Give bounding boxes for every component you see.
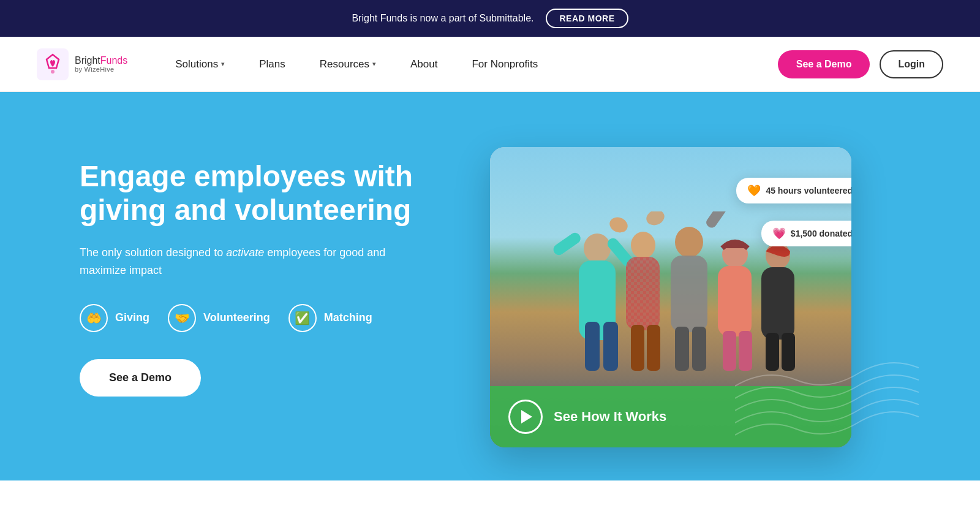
hours-text: 45 hours volunteered bbox=[766, 186, 851, 196]
hero-right: 🧡 45 hours volunteered 💗 $1,500 donated … bbox=[423, 141, 919, 447]
svg-point-2 bbox=[584, 234, 611, 263]
wave-decoration bbox=[735, 325, 919, 447]
hours-emoji: 🧡 bbox=[747, 184, 761, 197]
banner-text: Bright Funds is now a part of Submittabl… bbox=[352, 13, 533, 24]
feature-matching: ✅ Matching bbox=[288, 304, 372, 332]
play-button[interactable] bbox=[508, 400, 543, 434]
see-demo-hero-button[interactable]: See a Demo bbox=[80, 359, 201, 397]
svg-point-13 bbox=[675, 227, 703, 257]
hero-section: Engage employees with giving and volunte… bbox=[0, 92, 980, 480]
nav-actions: See a Demo Login bbox=[778, 50, 943, 78]
logo-icon bbox=[37, 48, 69, 80]
play-icon bbox=[521, 410, 532, 423]
matching-label: Matching bbox=[324, 311, 372, 324]
hero-title: Engage employees with giving and volunte… bbox=[80, 159, 423, 227]
chevron-down-icon: ▾ bbox=[221, 60, 225, 68]
logo-funds: Funds bbox=[100, 55, 127, 66]
nav-links: Solutions ▾ Plans Resources ▾ About For … bbox=[158, 37, 777, 92]
logo-link[interactable]: BrightFunds by WizeHive bbox=[37, 48, 127, 80]
giving-label: Giving bbox=[115, 311, 149, 324]
nav-item-nonprofits[interactable]: For Nonprofits bbox=[454, 37, 555, 92]
volunteering-icon-circle: 🤝 bbox=[168, 304, 196, 332]
feature-volunteering: 🤝 Volunteering bbox=[168, 304, 270, 332]
read-more-button[interactable]: READ MORE bbox=[546, 9, 628, 28]
giving-icon-circle: 🤲 bbox=[80, 304, 108, 332]
hero-subtitle: The only solution designed to activate e… bbox=[80, 244, 423, 279]
donated-emoji: 💗 bbox=[772, 227, 786, 240]
donated-text: $1,500 donated bbox=[791, 229, 851, 238]
svg-rect-11 bbox=[631, 325, 644, 371]
svg-rect-15 bbox=[675, 327, 689, 371]
top-banner: Bright Funds is now a part of Submittabl… bbox=[0, 0, 980, 37]
login-button[interactable]: Login bbox=[880, 50, 943, 78]
nav-item-solutions[interactable]: Solutions ▾ bbox=[158, 37, 242, 92]
feature-giving: 🤲 Giving bbox=[80, 304, 149, 332]
svg-rect-10 bbox=[626, 257, 660, 330]
matching-icon-circle: ✅ bbox=[288, 304, 317, 332]
svg-rect-20 bbox=[723, 331, 736, 371]
donated-badge: 💗 $1,500 donated bbox=[761, 221, 851, 246]
navbar: BrightFunds by WizeHive Solutions ▾ Plan… bbox=[0, 37, 980, 92]
svg-point-1 bbox=[51, 70, 55, 74]
volunteering-label: Volunteering bbox=[203, 311, 270, 324]
feature-pills: 🤲 Giving 🤝 Volunteering ✅ Matching bbox=[80, 304, 423, 332]
logo-text: BrightFunds by WizeHive bbox=[75, 55, 127, 74]
svg-rect-17 bbox=[704, 211, 732, 230]
hours-volunteered-badge: 🧡 45 hours volunteered bbox=[736, 178, 851, 203]
nav-item-resources[interactable]: Resources ▾ bbox=[303, 37, 393, 92]
nav-item-plans[interactable]: Plans bbox=[242, 37, 303, 92]
chevron-down-icon-2: ▾ bbox=[372, 60, 376, 68]
svg-rect-14 bbox=[671, 256, 707, 332]
hero-left: Engage employees with giving and volunte… bbox=[80, 141, 423, 397]
svg-rect-12 bbox=[647, 325, 660, 371]
see-how-text: See How It Works bbox=[554, 409, 666, 425]
svg-rect-6 bbox=[551, 230, 582, 257]
svg-point-26 bbox=[608, 215, 630, 235]
nav-item-about[interactable]: About bbox=[393, 37, 454, 92]
see-demo-nav-button[interactable]: See a Demo bbox=[778, 50, 870, 78]
svg-rect-5 bbox=[603, 322, 618, 371]
svg-rect-4 bbox=[585, 322, 600, 371]
svg-rect-16 bbox=[692, 327, 706, 371]
logo-sub: by WizeHive bbox=[75, 66, 127, 73]
logo-bright: Bright bbox=[75, 55, 100, 66]
svg-point-8 bbox=[631, 232, 655, 259]
svg-point-27 bbox=[644, 211, 666, 227]
